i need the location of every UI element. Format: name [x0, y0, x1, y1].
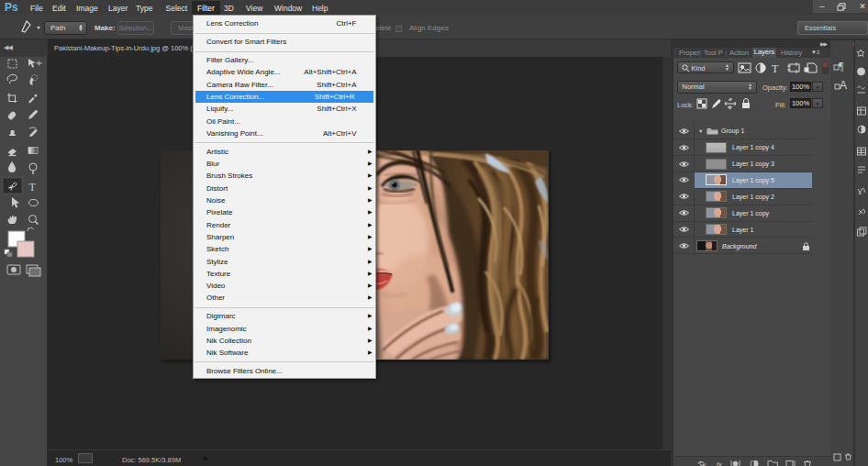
svg-text:fx.: fx. [717, 460, 724, 466]
svg-text:T: T [29, 181, 37, 194]
svg-text:A: A [840, 79, 847, 92]
svg-text:¶: ¶ [839, 60, 844, 72]
svg-text:T: T [772, 62, 779, 75]
